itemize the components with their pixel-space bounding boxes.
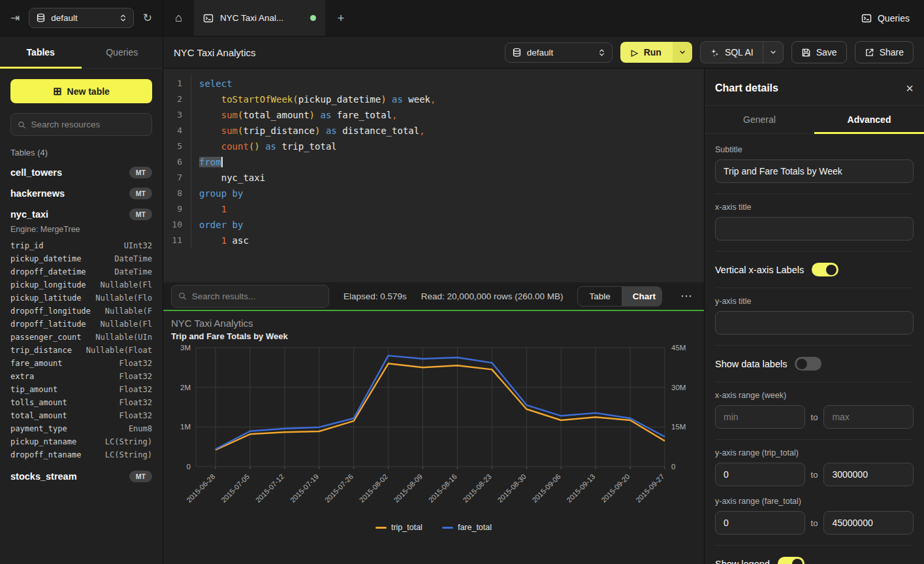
left-axis-tick: 1M [180,423,191,431]
column-type: DateTime [114,265,152,278]
toolbar-database-selector[interactable]: default [505,42,613,63]
unsaved-status-dot [310,15,316,21]
column-type: LC(String) [105,435,152,448]
y-range-trip-min-input[interactable] [715,463,805,486]
table-view-button[interactable]: Table [578,287,621,306]
column-name: fare_amount [10,357,62,370]
sparkles-icon [710,48,720,58]
tab-general[interactable]: General [705,106,814,133]
tab-tables[interactable]: Tables [0,37,82,68]
query-title: NYC Taxi Analytics [174,47,256,58]
column-type: Float32 [119,357,152,370]
show-data-labels-toggle[interactable] [795,357,821,371]
subtitle-input[interactable] [715,159,914,183]
sql-ai-button-group: SQL AI [700,41,784,63]
editor-line: 2 toStartOfWeek(pickup_datetime) as week… [163,91,704,107]
collapse-sidebar-icon[interactable]: ⇥ [10,12,20,24]
editor-line: 3 sum(total_amount) as fare_total, [163,107,704,123]
engine-badge: MT [129,471,152,482]
panel-title: Chart details [715,82,778,94]
terminal-icon [203,13,214,24]
sql-ai-button[interactable]: SQL AI [701,42,763,63]
code-text: sum(trip_distance) as distance_total, [191,123,425,139]
column-row: pickup_datetime DateTime [10,252,152,265]
y-range-trip-max-input[interactable] [823,463,914,486]
x-axis-title-label: x-axis title [715,203,914,212]
queries-button[interactable]: Queries [847,0,924,36]
save-icon [801,48,811,58]
x-range-max-input[interactable] [823,405,914,429]
chevron-down-icon [678,48,686,56]
chart-details-panel: Chart details × General Advanced Subtitl… [704,69,924,564]
run-button-group: ▷ Run [620,42,692,63]
new-table-button[interactable]: ⊞ New table [10,79,152,103]
query-tab[interactable]: NYC Taxi Anal... [194,0,325,36]
column-name: dropoff_datetime [10,265,86,278]
resource-search-input[interactable] [31,120,145,129]
show-legend-toggle[interactable] [778,557,805,564]
legend-item-fare_total[interactable]: fare_total [442,523,492,532]
y-range-fare-min-input[interactable] [715,511,805,535]
chart-view-button[interactable]: Chart [622,287,662,306]
home-icon[interactable]: ⌂ [163,0,194,36]
column-row: tip_amount Float32 [10,383,152,396]
run-button[interactable]: ▷ Run [620,42,673,63]
share-button[interactable]: Share [855,41,914,63]
x-tick-label: 2015-08-09 [392,473,424,504]
code-text: order by [191,217,243,233]
chart-legend: trip_total fare_total [171,523,696,532]
tab-advanced[interactable]: Advanced [814,106,924,133]
table-item-cell_towers[interactable]: cell_towers MT [10,167,152,178]
query-toolbar: NYC Taxi Analytics default ▷ Run SQL AI [163,37,924,69]
table-item-nyc_taxi[interactable]: nyc_taxi MT [10,208,152,220]
y-range-fare-max-input[interactable] [823,511,914,535]
save-button[interactable]: Save [791,41,847,63]
column-row: trip_distance Nullable(Float [10,344,152,357]
results-chart: 001M15M2M30M3M45M2015-06-282015-07-05201… [171,341,696,522]
x-axis-title-input[interactable] [715,217,914,241]
close-icon[interactable]: × [906,82,914,95]
column-row: passenger_count Nullable(UIn [10,331,152,344]
column-row: pickup_longitude Nullable(Fl [10,278,152,291]
legend-item-trip_total[interactable]: trip_total [375,523,422,532]
results-search-input[interactable] [192,291,322,301]
database-label: default [51,13,78,23]
y-axis-title-input[interactable] [715,311,914,335]
table-item-stocks_stream[interactable]: stocks_stream MT [10,471,152,482]
refresh-icon[interactable]: ↻ [143,12,152,24]
legend-swatch [375,527,387,529]
more-options-icon[interactable]: ⋯ [677,289,696,303]
x-tick-label: 2015-07-05 [219,473,251,504]
database-selector[interactable]: default [29,8,134,28]
column-name: pickup_datetime [10,252,81,265]
x-tick-label: 2015-07-26 [323,473,355,504]
column-type: Nullable(Float [86,344,152,357]
show-legend-label: Show legend [715,559,770,564]
x-tick-label: 2015-07-19 [289,473,320,504]
sql-ai-options-button[interactable] [763,42,783,63]
line-number: 8 [163,186,191,201]
run-label: Run [644,47,661,58]
new-tab-button[interactable]: + [325,0,357,36]
column-name: trip_distance [10,344,72,357]
column-type: Nullable(Fl [101,318,152,331]
x-range-min-input[interactable] [715,405,805,429]
line-number: 9 [163,201,191,217]
sidebar-body: ⊞ New table Tables (4) cell_towers MT ha… [0,69,163,482]
chevron-down-icon [769,48,777,56]
x-tick-label: 2015-08-16 [427,473,458,504]
tab-queries[interactable]: Queries [82,37,163,68]
column-row: dropoff_ntaname LC(String) [10,448,152,461]
share-icon [865,48,874,58]
x-tick-label: 2015-07-12 [254,473,285,504]
sql-editor[interactable]: 1 select 2 toStartOfWeek(pickup_datetime… [163,69,704,282]
table-item-hackernews[interactable]: hackernews MT [10,188,152,199]
tables-section-title: Tables (4) [10,148,152,158]
table-name: stocks_stream [10,471,77,482]
column-name: extra [10,370,34,383]
run-options-button[interactable] [673,42,692,63]
x-tick-label: 2015-08-02 [358,473,389,504]
vertical-x-axis-labels-toggle[interactable] [812,263,838,276]
legend-swatch [442,527,453,529]
column-row: dropoff_datetime DateTime [10,265,152,278]
